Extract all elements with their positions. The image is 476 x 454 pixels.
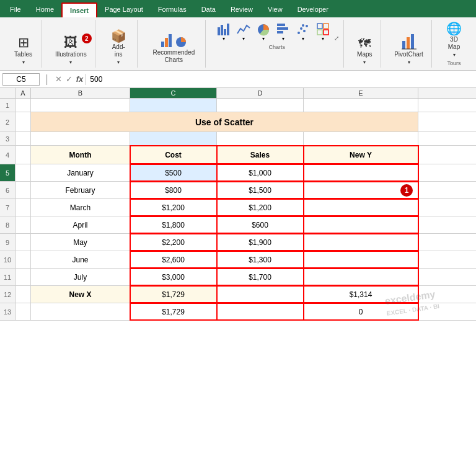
recommended-charts-button[interactable]: RecommendedCharts [148,29,200,66]
cell-13c[interactable]: $1,729 [130,303,217,320]
cell-4c[interactable]: Cost [130,146,217,164]
col-header-a[interactable]: A [15,88,31,98]
illustrations-button[interactable]: 🖼 2 Illustrations ▾ [53,35,89,66]
cell-3b[interactable] [31,132,130,145]
illustrations-badge: 2 [82,33,92,43]
bar-chart-icon2 [276,22,290,36]
cell-1d[interactable] [217,99,304,112]
cell-11b[interactable]: July [31,269,130,285]
cell-11c[interactable]: $3,000 [130,269,217,285]
cell-1b[interactable] [31,99,130,112]
cell-5c[interactable]: $500 [130,164,217,181]
row-num-4: 4 [0,146,15,164]
cell-6e[interactable]: 1 [304,182,418,198]
charts-expand-icon[interactable]: ⤢ [334,35,339,43]
cell-3d[interactable] [217,132,304,145]
cell-12a[interactable] [15,286,31,303]
cell-8e[interactable] [304,216,418,233]
cell-10c[interactable]: $2,600 [130,251,217,268]
cell-3e[interactable] [304,132,418,145]
more-charts-button[interactable]: ▾ [314,21,332,43]
cell-13b[interactable] [31,303,130,320]
cell-13e[interactable]: 0 [304,303,418,320]
cell-9c[interactable]: $2,200 [130,234,217,251]
cell-6a[interactable] [15,182,31,198]
cell-7b[interactable]: March [31,199,130,216]
add-ins-button[interactable]: 📦 Add-ins ▾ [108,29,129,66]
cell-10e[interactable] [304,251,418,268]
col-header-b[interactable]: B [31,88,130,98]
pivot-chart-button[interactable]: PivotChart ▾ [392,31,426,66]
tab-insert[interactable]: Insert [61,2,97,17]
cell-13d[interactable] [217,303,304,320]
cell-13a[interactable] [15,303,31,320]
cell-10d[interactable]: $1,300 [217,251,304,268]
tables-button[interactable]: ⊞ Tables ▾ [12,35,35,66]
col-header-d[interactable]: D [217,88,304,98]
tab-developer[interactable]: Developer [290,2,336,17]
tab-page-layout[interactable]: Page Layout [97,2,151,17]
cell-7d[interactable]: $1,200 [217,199,304,216]
cell-10b[interactable]: June [31,251,130,268]
cancel-icon[interactable]: ✕ [55,74,62,84]
three-d-map-button[interactable]: 🌐 3DMap ▾ [444,21,464,59]
cell-8a[interactable] [15,216,31,233]
cell-4a[interactable] [15,146,31,164]
confirm-icon[interactable]: ✓ [66,74,73,84]
cell-3a[interactable] [15,132,31,145]
cell-4e[interactable]: New Y [304,146,418,164]
maps-button[interactable]: 🗺 Maps ▾ [355,36,374,66]
cell-reference-input[interactable] [2,73,40,86]
cell-2a[interactable] [15,112,31,131]
cell-12d[interactable] [217,286,304,303]
cell-1e[interactable] [304,99,418,112]
cell-5b[interactable]: January [31,164,130,181]
recommended-charts-group: RecommendedCharts [143,20,206,68]
cell-8b[interactable]: April [31,216,130,233]
cell-5a[interactable] [15,164,31,181]
bar-chart-button[interactable]: ▾ [275,21,292,43]
cell-4d[interactable]: Sales [217,146,304,164]
column-chart-button[interactable]: ▾ [215,21,232,43]
cell-11d[interactable]: $1,700 [217,269,304,285]
cell-7a[interactable] [15,199,31,216]
col-header-c[interactable]: C [130,88,217,98]
cell-1a[interactable] [15,99,31,112]
tab-file[interactable]: File [2,2,29,17]
cell-4b[interactable]: Month [31,146,130,164]
tables-dropdown-icon: ▾ [22,60,25,65]
cell-2-merged[interactable]: Use of Scatter [31,112,418,131]
cell-11e[interactable] [304,269,418,285]
cell-6d[interactable]: $1,500 [217,182,304,198]
formula-input[interactable] [86,74,474,85]
cell-9a[interactable] [15,234,31,251]
cell-12c[interactable]: $1,729 [130,286,217,303]
tab-review[interactable]: Review [223,2,260,17]
cell-5d[interactable]: $1,000 [217,164,304,181]
cell-12b[interactable]: New X [31,286,130,303]
tab-home[interactable]: Home [29,2,61,17]
cell-7c[interactable]: $1,200 [130,199,217,216]
cell-9b[interactable]: May [31,234,130,251]
cell-7e[interactable] [304,199,418,216]
cell-12e[interactable]: $1,314 [304,286,418,303]
cell-9d[interactable]: $1,900 [217,234,304,251]
tab-data[interactable]: Data [194,2,223,17]
cell-8c[interactable]: $1,800 [130,216,217,233]
cell-5e[interactable] [304,164,418,181]
cell-10a[interactable] [15,251,31,268]
cell-8d[interactable]: $600 [217,216,304,233]
cell-3c[interactable] [130,132,217,145]
col-header-e[interactable]: E [304,88,418,98]
cell-6b[interactable]: February [31,182,130,198]
function-icon[interactable]: fx [76,74,84,84]
cell-11a[interactable] [15,269,31,285]
cell-9e[interactable] [304,234,418,251]
pie-chart-button[interactable]: ▾ [255,21,272,43]
line-chart-button[interactable]: ▾ [235,21,252,43]
tab-formulas[interactable]: Formulas [151,2,194,17]
cell-1c[interactable] [130,99,217,112]
cell-6c[interactable]: $800 [130,182,217,198]
scatter-chart-button[interactable]: ▾ [294,21,312,43]
tab-view[interactable]: View [260,2,290,17]
